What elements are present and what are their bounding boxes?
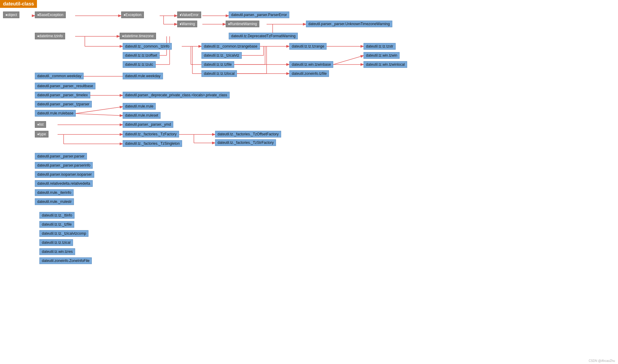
- node-tzparser: dateutil.parser._parser._tzparser: [35, 101, 92, 108]
- node-rrule: dateutil.rrule.rrule: [123, 103, 156, 110]
- node-TzFactory: dateutil.tz._factories._TzFactory: [123, 131, 179, 137]
- node-object: ♦object: [3, 12, 19, 18]
- node-tzicalvtz: dateutil.tz.tz._tzicalvtz: [201, 52, 242, 59]
- node-tz_tzfile: dateutil.tz.tz._tzfile: [39, 221, 74, 228]
- node-parserinfo: dateutil.parser._parser.parserinfo: [35, 162, 93, 169]
- node-isoparser: dateutil.parser.isoparser.isoparser: [35, 171, 94, 178]
- node-tzwinbase: dateutil.tz.win.tzwinbase: [289, 61, 333, 68]
- node-ymd: dateutil.parser._parser._ymd: [123, 121, 173, 128]
- node-tzicalvtzcomp: dateutil.tz.tz._tzicalvtzcomp: [39, 230, 88, 237]
- node-TzOffsetFactory: dateutil.tz._factories._TzOffsetFactory: [215, 131, 281, 137]
- node-tzutc: dateutil.tz.tz.tzutc: [123, 61, 156, 68]
- node-timelex: dateutil.parser._parser._timelex: [35, 92, 90, 98]
- svg-line-45: [75, 107, 123, 114]
- node-tzwinlocal: dateutil.tz.win.tzwinlocal: [364, 61, 407, 68]
- page-title: dateutil-class: [0, 0, 37, 8]
- node-DeprecatedTzFormatWarning: dateutil.tz.DeprecatedTzFormatWarning: [229, 33, 298, 39]
- node-resultbase: dateutil.parser._parser._resultbase: [35, 83, 95, 89]
- node-deprecate_private: dateutil.parser._deprecate_private_class…: [123, 92, 230, 98]
- node-tzstr: dateutil.tz.tz.tzstr: [364, 43, 396, 50]
- node-tzres: dateutil.tz.win.tzres: [39, 248, 75, 255]
- node-relativedelta: dateutil.relativedelta.relativedelta: [35, 180, 93, 187]
- node-tzlocal: dateutil.tz.tz.tzlocal: [201, 70, 237, 77]
- node-rruleset: dateutil.rrule.rruleset: [123, 112, 161, 119]
- node-tzrange: dateutil.tz.tz.tzrange: [289, 43, 327, 50]
- node-Exception: ♦Exception: [121, 12, 144, 18]
- node-BaseException: ♦BaseException: [35, 12, 66, 18]
- node-type: ♦type: [35, 131, 48, 137]
- node-list: ♦list: [35, 121, 46, 128]
- node-iterinfo: dateutil.rrule._iterinfo: [35, 189, 74, 196]
- svg-line-46: [75, 114, 123, 116]
- node-common_tzinfo: dateutil.tz._common._tzinfo: [123, 43, 172, 50]
- node-ValueError: ♦ValueError: [177, 12, 201, 18]
- node-tzwin: dateutil.tz.win.tzwin: [364, 52, 400, 59]
- arrows-svg: [0, 0, 618, 364]
- node-datetime_timezone: ♦datetime.timezone: [120, 33, 156, 39]
- node-weekday_rrule: dateutil.rrule.weekday: [123, 73, 163, 79]
- node-parser_parser: dateutil.parser._parser.parser: [35, 153, 87, 160]
- node-rrulestr: dateutil.rrule._rrulestr: [35, 198, 74, 205]
- node-tzrangebase: dateutil.tz._common.tzrangebase: [201, 43, 260, 50]
- node-tzfile: dateutil.tz.tz.tzfile: [201, 61, 234, 68]
- watermark: CSDN @AhcaoZhu: [589, 359, 615, 362]
- node-TzSingleton: dateutil.tz._factories._TzSingleton: [123, 140, 182, 147]
- node-weekday_common: dateutil._common.weekday: [35, 73, 84, 79]
- node-UnknownTimezoneWarning: dateutil.parser._parser.UnknownTimezoneW…: [306, 21, 392, 27]
- node-tzical: dateutil.tz.tz.tzical: [39, 239, 73, 246]
- node-datetime_tzinfo: ♦datetime.tzinfo: [35, 33, 65, 39]
- node-tzoffset: dateutil.tz.tz.tzoffset: [123, 52, 160, 59]
- node-ttinfo: dateutil.tz.tz._ttinfo: [39, 212, 75, 219]
- node-TzStrFactory: dateutil.tz._factories._TzStrFactory: [215, 139, 276, 146]
- node-RuntimeWarning: ♦RuntimeWarning: [226, 21, 259, 27]
- node-zoneinfo_tzfile: dateutil.zoneinfo.tzfile: [289, 70, 329, 77]
- node-ParserError: dateutil.parser._parser.ParserError: [229, 12, 289, 18]
- node-Warning: ♦Warning: [177, 21, 197, 27]
- node-rrulebase: dateutil.rrule.rrulebase: [35, 110, 76, 117]
- svg-line-35: [333, 55, 364, 65]
- node-ZoneInfoFile: dateutil.zoneinfo.ZoneInfoFile: [39, 257, 92, 264]
